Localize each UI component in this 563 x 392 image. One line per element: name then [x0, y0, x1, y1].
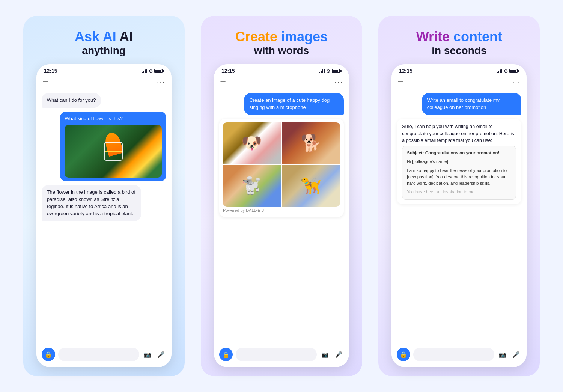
bottom-bar-1: 🔒 📷 🎤 [36, 344, 172, 367]
nav-bar-1: ☰ ··· [36, 76, 172, 89]
battery-icon-2 [332, 69, 342, 73]
input-icons-1: 📷 🎤 [142, 349, 166, 360]
panel3-subtitle: in seconds [416, 44, 502, 57]
panel1-subtitle: anything [75, 44, 133, 57]
mic-button-3[interactable]: 🎤 [511, 349, 521, 360]
panel3-title: Write content in seconds [416, 29, 502, 57]
status-bar-2: 12:15 ⊙ [214, 64, 349, 76]
panel2-title-line1: Create images [235, 29, 328, 44]
panel1-title-line1: Ask AI AI [75, 29, 133, 44]
signal-icon-2 [319, 69, 325, 73]
panel2-subtitle: with words [235, 44, 328, 57]
more-icon-3[interactable]: ··· [512, 78, 521, 86]
time-1: 12:15 [44, 68, 57, 74]
panel-create-images: Create images with words 12:15 ⊙ [201, 16, 362, 376]
panel3-title-line1: Write content [416, 29, 502, 44]
panel2-title: Create images with words [235, 29, 328, 57]
email-fade-text: You have been an inspiration to me [407, 189, 511, 195]
time-3: 12:15 [399, 68, 412, 74]
status-bar-3: 12:15 ⊙ [391, 64, 527, 76]
chat-area-3: Write an email to congratulate my collea… [391, 89, 527, 344]
nav-bar-3: ☰ ··· [391, 76, 527, 89]
panel1-title: Ask AI AI anything [75, 29, 133, 57]
chat-input-3[interactable] [413, 348, 494, 361]
menu-icon-2[interactable]: ☰ [220, 78, 226, 86]
chat-input-2[interactable] [236, 348, 317, 361]
bottom-bar-2: 🔒 📷 🎤 [214, 344, 349, 367]
mic-button-2[interactable]: 🎤 [333, 349, 344, 360]
camera-button-1[interactable]: 📷 [142, 349, 153, 360]
status-icons-3: ⊙ [497, 68, 519, 74]
email-body: I am so happy to hear the news of your p… [407, 167, 511, 187]
email-subject: Subject: Congratulations on your promoti… [407, 150, 511, 156]
images-word: images [281, 29, 328, 44]
panel-write-content: Write content in seconds 12:15 ⊙ [378, 16, 540, 376]
phone-3: 12:15 ⊙ ☰ ··· Write an ema [391, 64, 527, 367]
wifi-icon-2: ⊙ [326, 68, 330, 74]
scan-frame [104, 142, 123, 161]
signal-icon-3 [497, 69, 502, 73]
wifi-icon-1: ⊙ [149, 68, 153, 74]
dog-image-1: 🐶 [223, 122, 281, 164]
email-greeting: Hi [colleague's name], [407, 158, 511, 165]
powered-by-dalle: Powered by DALL•E 3 [223, 207, 340, 213]
dog-images-grid: 🐶 🐕 🐩 🦮 [223, 122, 340, 207]
chat-area-1: What can I do for you? What kind of flow… [36, 89, 172, 344]
more-icon-1[interactable]: ··· [157, 78, 166, 86]
dog-image-3: 🐩 [223, 165, 281, 207]
content-word: content [453, 29, 502, 44]
lock-button-1[interactable]: 🔒 [42, 348, 55, 361]
camera-button-2[interactable]: 📷 [320, 349, 330, 360]
ai-greeting-text: What can I do for you? [47, 97, 96, 103]
more-icon-2[interactable]: ··· [334, 78, 343, 86]
phone-2: 12:15 ⊙ ☰ ··· Create an im [214, 64, 349, 367]
lock-button-3[interactable]: 🔒 [397, 348, 410, 361]
status-icons-2: ⊙ [319, 68, 342, 74]
user-image-text: What kind of flower is this? [65, 115, 161, 122]
mic-button-1[interactable]: 🎤 [156, 349, 166, 360]
ai-email-intro: Sure, I can help you with writing an ema… [402, 123, 516, 144]
ai-response-bubble: The flower in the image is called a bird… [42, 185, 142, 221]
ai-response-text: The flower in the image is called a bird… [47, 189, 135, 216]
panel-ask-ai: Ask AI AI anything 12:15 ⊙ [23, 16, 185, 376]
phone-1: 12:15 ⊙ ☰ ··· What can I d [36, 64, 172, 367]
signal-icon-1 [142, 69, 147, 73]
user-email-request: Write an email to congratulate my collea… [422, 93, 522, 115]
dog-image-4: 🦮 [282, 165, 340, 207]
ai-email-response-card: Sure, I can help you with writing an ema… [397, 119, 521, 204]
wifi-icon-3: ⊙ [504, 68, 508, 74]
ask-ai-word1: Ask AI [75, 29, 116, 44]
bottom-bar-3: 🔒 📷 🎤 [391, 344, 527, 367]
dog-images-card: 🐶 🐕 🐩 🦮 Powered by DALL•E 3 [219, 119, 344, 217]
user-image-bubble: What kind of flower is this? [60, 112, 166, 181]
lock-button-2[interactable]: 🔒 [219, 348, 233, 361]
dog-image-2: 🐕 [282, 122, 340, 164]
menu-icon-1[interactable]: ☰ [42, 78, 48, 86]
time-2: 12:15 [221, 68, 235, 74]
battery-icon-3 [509, 69, 519, 73]
input-icons-3: 📷 🎤 [497, 349, 521, 360]
input-icons-2: 📷 🎤 [320, 349, 344, 360]
user-image-request-text: Create an image of a cute happy dog sing… [249, 97, 330, 110]
battery-icon-1 [154, 69, 164, 73]
camera-button-3[interactable]: 📷 [497, 349, 508, 360]
flower-image [65, 125, 161, 178]
user-image-request: Create an image of a cute happy dog sing… [244, 93, 344, 115]
chat-area-2: Create an image of a cute happy dog sing… [214, 89, 349, 344]
nav-bar-2: ☰ ··· [214, 76, 349, 89]
status-icons-1: ⊙ [142, 68, 164, 74]
panels-container: Ask AI AI anything 12:15 ⊙ [0, 0, 563, 392]
write-word: Write [416, 29, 450, 44]
create-word: Create [235, 29, 277, 44]
user-email-request-text: Write an email to congratulate my collea… [427, 97, 500, 110]
email-template: Subject: Congratulations on your promoti… [402, 146, 516, 200]
chat-input-1[interactable] [58, 348, 139, 361]
menu-icon-3[interactable]: ☰ [397, 78, 403, 86]
ask-ai-word2: AI [119, 29, 133, 44]
ai-greeting-bubble: What can I do for you? [42, 93, 101, 108]
status-bar-1: 12:15 ⊙ [36, 64, 172, 76]
